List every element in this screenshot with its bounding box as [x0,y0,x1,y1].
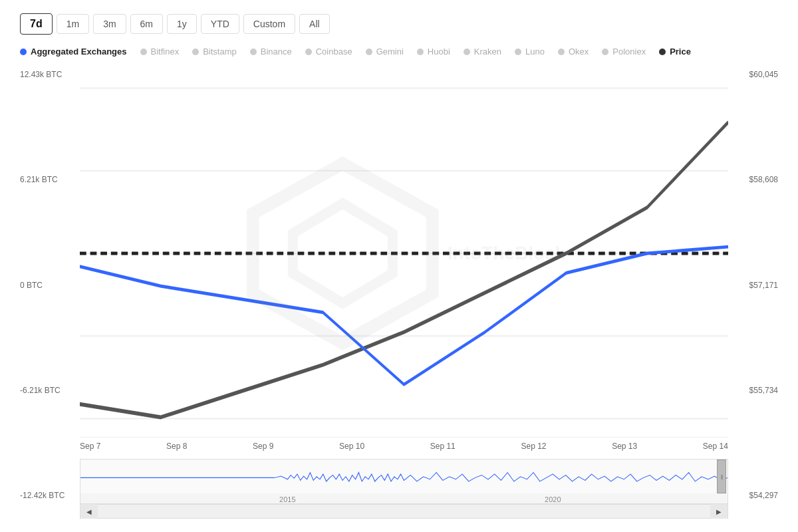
main-container: 7d1m3m6m1yYTDCustomAll Aggregated Exchan… [0,0,798,532]
legend-label: Bitstamp [203,47,237,57]
chart-area: 12.43k BTC6.21k BTC0 BTC-6.21k BTC-12.42… [20,70,778,519]
legend-item-okex[interactable]: Okex [558,47,589,57]
scroll-right-button[interactable]: ▶ [710,504,728,519]
legend-label: Binance [261,47,292,57]
x-axis-label: Sep 9 [253,442,273,454]
y-axis-left-label: -12.42k BTC [20,491,80,500]
time-btn-1m[interactable]: 1m [57,14,89,34]
y-axis-right-label: $58,608 [728,175,778,184]
legend-dot [192,49,199,55]
legend-label: Poloniex [612,47,646,57]
legend-label: Okex [569,47,589,57]
y-axis-left-label: 6.21k BTC [20,175,80,184]
legend-item-poloniex[interactable]: Poloniex [602,47,646,57]
y-axis-right-label: $55,734 [728,386,778,395]
legend-dot [305,49,312,55]
legend-dot [659,49,666,55]
legend-item-coinbase[interactable]: Coinbase [305,47,352,57]
y-axis-left-label: 12.43k BTC [20,70,80,79]
legend-item-luno[interactable]: Luno [515,47,545,57]
legend-item-huobi[interactable]: Huobi [417,47,450,57]
legend-dot [515,49,521,55]
time-btn-7d[interactable]: 7d [20,13,53,35]
year-label-2015: 2015 [279,495,295,503]
x-axis: Sep 7Sep 8Sep 9Sep 10Sep 11Sep 12Sep 13S… [80,438,728,454]
time-btn-6m[interactable]: 6m [130,14,163,34]
x-axis-label: Sep 14 [703,442,728,454]
scroll-bar: ◀ ▶ [80,504,728,519]
legend-dot [417,49,424,55]
mini-chart-svg [80,460,728,493]
legend-label: Coinbase [316,47,352,57]
scroll-track[interactable] [98,505,710,518]
chart-wrapper: IntoTheBlock [80,70,728,519]
legend-item-gemini[interactable]: Gemini [366,47,404,57]
scroll-left-button[interactable]: ◀ [80,504,98,519]
x-axis-label: Sep 11 [430,442,456,454]
time-btn-all[interactable]: All [299,14,330,34]
y-axis-right: $60,045$58,608$57,171$55,734$54,297 [728,70,778,519]
legend-item-bitstamp[interactable]: Bitstamp [192,47,237,57]
legend-dot [602,49,608,55]
legend-label: Luno [525,47,545,57]
time-btn-1y[interactable]: 1y [167,14,197,34]
legend-item-kraken[interactable]: Kraken [464,47,501,57]
legend-label: Price [670,47,691,57]
y-axis-right-label: $60,045 [728,70,778,79]
nav-handle[interactable] [717,460,726,493]
y-axis-right-label: $54,297 [728,491,778,500]
x-axis-label: Sep 10 [339,442,364,454]
legend-item-bitfinex[interactable]: Bitfinex [140,47,180,57]
legend-dot [20,49,27,55]
legend-dot [366,49,372,55]
x-axis-label: Sep 7 [80,442,100,454]
legend-dot [558,49,565,55]
mini-chart-wrapper [80,459,728,493]
x-axis-label: Sep 13 [612,442,637,454]
legend-label: Bitfinex [151,47,180,57]
legend-item-binance[interactable]: Binance [250,47,292,57]
year-label-2020: 2020 [545,495,561,503]
y-axis-left-label: -6.21k BTC [20,386,80,395]
legend-item-aggregated-exchanges[interactable]: Aggregated Exchanges [20,47,127,57]
x-axis-label: Sep 12 [521,442,546,454]
legend-label: Aggregated Exchanges [31,47,127,57]
time-btn-ytd[interactable]: YTD [201,14,239,34]
legend-label: Kraken [474,47,501,57]
time-range-selector: 7d1m3m6m1yYTDCustomAll [20,13,778,35]
legend-dot [140,49,147,55]
year-labels: 2015 2020 [80,493,728,504]
legend-dot [464,49,470,55]
legend-label: Huobi [428,47,450,57]
y-axis-left: 12.43k BTC6.21k BTC0 BTC-6.21k BTC-12.42… [20,70,80,519]
legend-item-price[interactable]: Price [659,47,691,57]
mini-chart-section: 2015 2020 ◀ ▶ [80,459,728,519]
y-axis-left-label: 0 BTC [20,281,80,290]
legend-dot [250,49,257,55]
y-axis-right-label: $57,171 [728,281,778,290]
legend: Aggregated ExchangesBitfinexBitstampBina… [20,47,778,57]
main-chart-svg [80,70,728,437]
legend-label: Gemini [376,47,404,57]
main-chart: IntoTheBlock [80,70,728,438]
x-axis-label: Sep 8 [166,442,187,454]
time-btn-custom[interactable]: Custom [243,14,295,34]
time-btn-3m[interactable]: 3m [93,14,126,34]
